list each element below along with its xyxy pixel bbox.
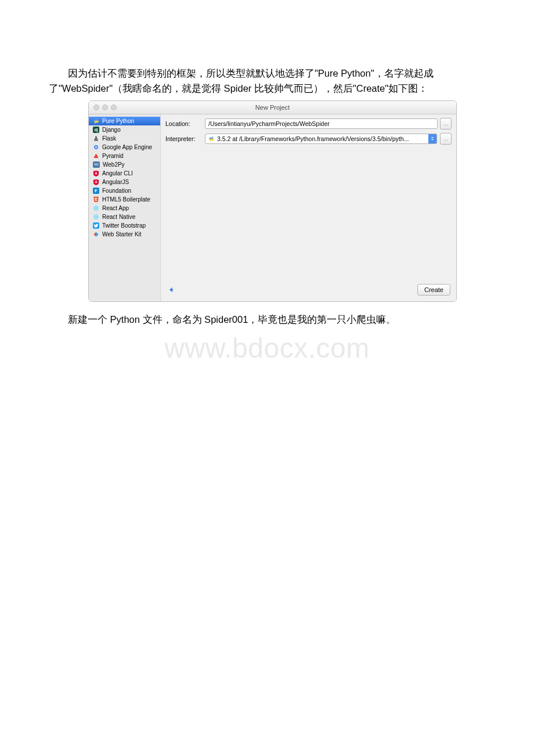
sidebar-item-label: Web Starter Kit <box>102 231 142 237</box>
paragraph-2: 新建一个 Python 文件，命名为 Spider001，毕竟也是我的第一只小爬… <box>49 312 485 327</box>
svg-point-5 <box>96 208 97 209</box>
svg-rect-11 <box>169 289 173 290</box>
paragraph-1-text: 因为估计不需要到特别的框架，所以类型就默认地选择了"Pure Python"，名… <box>49 68 434 93</box>
angular-icon <box>93 179 99 185</box>
pyramid-icon <box>93 153 99 159</box>
interpreter-settings-button[interactable]: ... <box>440 133 452 145</box>
sidebar-item-label: Web2Py <box>103 161 125 168</box>
sidebar-item-label: Pyramid <box>102 153 124 159</box>
sidebar-item-foundation[interactable]: F Foundation <box>89 186 160 195</box>
interpreter-select[interactable]: 3.5.2 at /Library/Frameworks/Python.fram… <box>205 134 429 144</box>
sidebar-item-pyramid[interactable]: Pyramid <box>89 152 160 160</box>
new-project-dialog-screenshot: New Project Pure Python dj Django <box>88 100 457 302</box>
sidebar-item-angular-cli[interactable]: Angular CLI <box>89 169 160 178</box>
create-button[interactable]: Create <box>417 284 450 296</box>
svg-point-1 <box>95 146 97 148</box>
sidebar-item-label: Django <box>102 127 121 133</box>
flask-icon <box>93 135 99 142</box>
minimize-icon[interactable] <box>102 105 108 110</box>
sidebar-item-gae[interactable]: Google App Engine <box>89 143 160 152</box>
react-icon <box>93 205 99 211</box>
dialog-titlebar: New Project <box>89 101 456 114</box>
dialog-title: New Project <box>255 104 290 111</box>
close-icon[interactable] <box>93 105 99 110</box>
python-icon <box>93 118 99 124</box>
html5-icon <box>93 196 99 203</box>
foundation-icon: F <box>93 188 99 194</box>
sidebar-item-label: Flask <box>102 135 116 142</box>
sidebar-item-label: React App <box>102 205 129 211</box>
sidebar-item-label: Twitter Bootstrap <box>102 222 146 229</box>
dialog-main-panel: Location: /Users/lintianyu/PycharmProjec… <box>161 114 456 301</box>
sidebar-item-django[interactable]: dj Django <box>89 125 160 134</box>
location-input[interactable]: /Users/lintianyu/PycharmProjects/WebSpid… <box>205 118 438 129</box>
react-icon <box>93 214 99 220</box>
django-icon: dj <box>93 127 99 133</box>
location-row: Location: /Users/lintianyu/PycharmProjec… <box>165 118 452 129</box>
bootstrap-icon <box>93 222 99 229</box>
web2py-icon: W2 <box>93 161 100 168</box>
document-page: 因为估计不需要到特别的框架，所以类型就默认地选择了"Pure Python"，名… <box>0 0 534 756</box>
sidebar-item-label: Google App Engine <box>102 144 152 150</box>
gae-icon <box>93 144 99 150</box>
paragraph-1: 因为估计不需要到特别的框架，所以类型就默认地选择了"Pure Python"，名… <box>49 66 485 96</box>
sidebar-item-label: Angular CLI <box>102 170 133 177</box>
wsk-icon <box>93 231 99 237</box>
sidebar-item-label: Pure Python <box>102 118 134 124</box>
sidebar-item-web-starter-kit[interactable]: Web Starter Kit <box>89 230 160 239</box>
sidebar-item-html5[interactable]: HTML5 Boilerplate <box>89 195 160 204</box>
sidebar-item-flask[interactable]: Flask <box>89 134 160 143</box>
window-controls <box>93 105 117 110</box>
back-button[interactable] <box>167 285 176 294</box>
interpreter-dropdown-arrow[interactable] <box>428 134 437 144</box>
dialog-body: Pure Python dj Django Flask Google A <box>89 114 456 301</box>
sidebar-item-pure-python[interactable]: Pure Python <box>89 117 160 125</box>
location-value: /Users/lintianyu/PycharmProjects/WebSpid… <box>208 120 330 127</box>
svg-point-9 <box>96 217 97 218</box>
location-label: Location: <box>165 120 205 127</box>
sidebar-item-twitter-bootstrap[interactable]: Twitter Bootstrap <box>89 221 160 230</box>
project-type-sidebar: Pure Python dj Django Flask Google A <box>89 114 161 301</box>
dialog-footer: Create <box>161 280 456 301</box>
interpreter-label: Interpreter: <box>165 135 205 142</box>
python-icon <box>208 136 215 142</box>
sidebar-item-label: Foundation <box>102 188 131 194</box>
interpreter-row: Interpreter: 3.5.2 at /Library/Framework… <box>165 133 452 145</box>
interpreter-value: 3.5.2 at /Library/Frameworks/Python.fram… <box>217 135 409 142</box>
zoom-icon[interactable] <box>111 105 117 110</box>
browse-button[interactable]: ... <box>440 118 452 129</box>
paragraph-2-text: 新建一个 Python 文件，命名为 Spider001，毕竟也是我的第一只小爬… <box>68 314 396 325</box>
sidebar-item-angularjs[interactable]: AngularJS <box>89 178 160 186</box>
watermark: www.bdocx.com <box>49 332 485 364</box>
sidebar-item-react-app[interactable]: React App <box>89 204 160 213</box>
sidebar-item-label: React Native <box>102 214 135 220</box>
sidebar-item-web2py[interactable]: W2 Web2Py <box>89 160 160 169</box>
sidebar-item-label: HTML5 Boilerplate <box>102 196 150 203</box>
angular-icon <box>93 170 99 177</box>
sidebar-item-label: AngularJS <box>102 179 129 185</box>
sidebar-item-react-native[interactable]: React Native <box>89 213 160 221</box>
